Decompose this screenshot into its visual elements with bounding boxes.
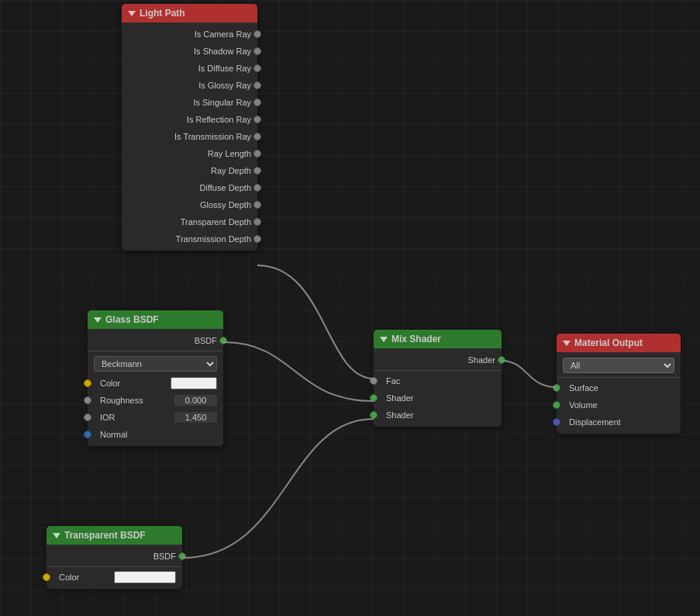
material-output-body: All Camera Diffuse Glossy Transmission S… bbox=[557, 352, 681, 434]
transparent-bsdf-body: BSDF Color bbox=[47, 545, 182, 589]
roughness-label: Roughness bbox=[94, 396, 171, 405]
material-output-node: Material Output All Camera Diffuse Gloss… bbox=[557, 334, 681, 434]
row-label: Diffuse Depth bbox=[200, 183, 251, 192]
connection-transmission-fac bbox=[257, 265, 374, 379]
mix-shader-body: Shader Fac Shader Shader bbox=[374, 348, 502, 427]
normal-socket[interactable] bbox=[84, 431, 91, 438]
transmission-depth-socket[interactable] bbox=[253, 235, 261, 243]
output-select[interactable]: All Camera Diffuse Glossy Transmission S… bbox=[563, 358, 674, 373]
transparent-color-socket[interactable] bbox=[43, 573, 50, 581]
collapse-icon bbox=[380, 337, 388, 342]
shader-output-socket[interactable] bbox=[498, 356, 505, 364]
ray-length-socket[interactable] bbox=[253, 150, 261, 157]
row-label: Is Diffuse Ray bbox=[198, 64, 251, 73]
transparent-bsdf-socket[interactable] bbox=[178, 552, 186, 560]
normal-label: Normal bbox=[94, 430, 217, 439]
is-diffuse-ray-socket[interactable] bbox=[253, 64, 261, 72]
fac-label: Fac bbox=[380, 376, 400, 386]
material-output-title: Material Output bbox=[574, 337, 643, 348]
displacement-label: Displacement bbox=[563, 417, 621, 427]
node-row: Is Glossy Ray bbox=[122, 77, 257, 94]
shader-output-row: Shader bbox=[374, 351, 502, 369]
collapse-icon bbox=[563, 341, 571, 346]
distribution-select[interactable]: Beckmann GGX Multi-GGX bbox=[94, 356, 217, 372]
transparent-bsdf-node: Transparent BSDF BSDF Color bbox=[47, 526, 182, 589]
node-row: Is Diffuse Ray bbox=[122, 60, 257, 77]
volume-row: Volume bbox=[557, 396, 681, 414]
light-path-node: Light Path Is Camera Ray Is Shadow Ray I… bbox=[122, 4, 257, 251]
row-label: Ray Length bbox=[208, 149, 251, 158]
volume-socket[interactable] bbox=[553, 401, 560, 409]
shader1-socket[interactable] bbox=[370, 394, 378, 402]
shader2-socket[interactable] bbox=[370, 411, 378, 419]
output-dropdown-row: All Camera Diffuse Glossy Transmission S… bbox=[557, 355, 681, 375]
is-glossy-ray-socket[interactable] bbox=[253, 81, 261, 89]
is-reflection-ray-socket[interactable] bbox=[253, 116, 261, 123]
ior-socket[interactable] bbox=[84, 414, 91, 421]
light-path-header[interactable]: Light Path bbox=[122, 4, 257, 22]
divider bbox=[47, 566, 182, 567]
node-row: Ray Depth bbox=[122, 162, 257, 179]
shader2-label: Shader bbox=[380, 410, 413, 420]
ior-input[interactable]: 1.450 bbox=[174, 412, 217, 423]
mix-shader-node: Mix Shader Shader Fac Shader Shader bbox=[374, 330, 502, 427]
is-singular-ray-socket[interactable] bbox=[253, 99, 261, 106]
normal-row: Normal bbox=[88, 426, 223, 443]
color-input-socket[interactable] bbox=[84, 379, 91, 387]
collapse-icon bbox=[53, 533, 60, 538]
color-swatch[interactable] bbox=[171, 377, 217, 389]
divider bbox=[88, 351, 223, 351]
transparent-color-row: Color bbox=[47, 569, 182, 586]
transparent-color-swatch[interactable] bbox=[114, 571, 176, 583]
mix-shader-header[interactable]: Mix Shader bbox=[374, 330, 502, 348]
node-row: Is Camera Ray bbox=[122, 26, 257, 43]
bsdf-output-row: BSDF bbox=[47, 548, 182, 565]
ray-depth-socket[interactable] bbox=[253, 167, 261, 175]
roughness-row: Roughness 0.000 bbox=[88, 392, 223, 409]
diffuse-depth-socket[interactable] bbox=[253, 184, 261, 192]
light-path-body: Is Camera Ray Is Shadow Ray Is Diffuse R… bbox=[122, 22, 257, 251]
surface-row: Surface bbox=[557, 379, 681, 396]
row-label: Transparent Depth bbox=[181, 217, 251, 227]
glass-bsdf-title: Glass BSDF bbox=[105, 314, 159, 325]
glass-bsdf-header[interactable]: Glass BSDF bbox=[88, 310, 223, 329]
roughness-input[interactable]: 0.000 bbox=[174, 395, 217, 406]
displacement-socket[interactable] bbox=[553, 418, 560, 426]
row-label: Transmission Depth bbox=[176, 234, 251, 244]
glossy-depth-socket[interactable] bbox=[253, 201, 261, 209]
is-shadow-ray-socket[interactable] bbox=[253, 47, 261, 55]
node-row: BSDF bbox=[88, 332, 223, 349]
is-camera-ray-socket[interactable] bbox=[253, 30, 261, 38]
transparent-bsdf-title: Transparent BSDF bbox=[64, 530, 146, 541]
node-row: Is Reflection Ray bbox=[122, 111, 257, 128]
glass-bsdf-body: BSDF Beckmann GGX Multi-GGX Color Roughn… bbox=[88, 329, 223, 446]
transparent-bsdf-header[interactable]: Transparent BSDF bbox=[47, 526, 182, 545]
node-row: Is Singular Ray bbox=[122, 94, 257, 111]
color-label: Color bbox=[94, 379, 167, 388]
node-row: Transparent Depth bbox=[122, 213, 257, 230]
surface-socket[interactable] bbox=[553, 384, 560, 392]
bsdf-label: BSDF bbox=[153, 552, 176, 561]
bsdf-output-socket[interactable] bbox=[219, 337, 227, 344]
node-row: Is Transmission Ray bbox=[122, 128, 257, 145]
roughness-socket[interactable] bbox=[84, 396, 91, 404]
ior-label: IOR bbox=[94, 413, 171, 422]
volume-label: Volume bbox=[563, 400, 598, 410]
fac-socket[interactable] bbox=[370, 377, 378, 385]
row-label: Is Singular Ray bbox=[193, 98, 251, 107]
fac-row: Fac bbox=[374, 372, 502, 389]
transparent-color-label: Color bbox=[53, 573, 110, 582]
shader2-row: Shader bbox=[374, 407, 502, 424]
row-label: Is Glossy Ray bbox=[198, 81, 251, 90]
is-transmission-ray-socket[interactable] bbox=[253, 133, 261, 140]
node-row: Transmission Depth bbox=[122, 230, 257, 247]
material-output-header[interactable]: Material Output bbox=[557, 334, 681, 352]
ior-row: IOR 1.450 bbox=[88, 409, 223, 426]
distribution-dropdown-row: Beckmann GGX Multi-GGX bbox=[88, 353, 223, 375]
transparent-depth-socket[interactable] bbox=[253, 218, 261, 226]
collapse-icon bbox=[94, 317, 102, 323]
row-label: Is Shadow Ray bbox=[194, 47, 251, 56]
node-row: Is Shadow Ray bbox=[122, 43, 257, 60]
node-row: Ray Length bbox=[122, 145, 257, 162]
bsdf-label: BSDF bbox=[195, 336, 217, 345]
